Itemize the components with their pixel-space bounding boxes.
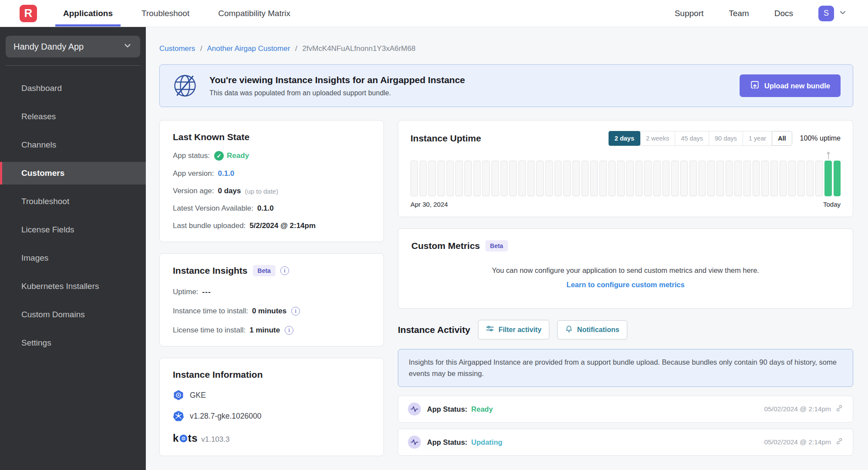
uptime-bar[interactable] [536, 161, 544, 196]
range-2-days[interactable]: 2 days [609, 131, 640, 146]
uptime-bar[interactable] [455, 161, 463, 196]
uptime-bar[interactable] [797, 161, 805, 196]
sidebar-item-images[interactable]: Images [0, 247, 146, 269]
uptime-bar[interactable] [555, 161, 562, 196]
uptime-bar[interactable] [644, 161, 652, 196]
uptime-bar[interactable] [609, 161, 616, 196]
uptime-label: Uptime: [173, 288, 198, 296]
uptime-bar[interactable] [410, 161, 418, 196]
range-90-days[interactable]: 90 days [709, 131, 743, 146]
breadcrumb-customers[interactable]: Customers [159, 44, 195, 53]
uptime-bar[interactable] [464, 161, 472, 196]
filter-activity-button[interactable]: Filter activity [478, 320, 549, 339]
replicated-logo[interactable]: R [20, 5, 37, 22]
upload-new-bundle-button[interactable]: Upload new bundle [740, 74, 841, 97]
uptime-bar[interactable] [518, 161, 526, 196]
range-2-weeks[interactable]: 2 weeks [640, 131, 675, 146]
instance-insights-card: Instance Insights Beta i Uptime: --- Ins… [159, 253, 384, 346]
activity-row[interactable]: App Status: Ready 05/02/2024 @ 2:14pm [398, 396, 853, 423]
uptime-bar[interactable] [482, 161, 490, 196]
uptime-bar[interactable] [491, 161, 499, 196]
uptime-bar[interactable] [834, 161, 841, 196]
nav-docs[interactable]: Docs [774, 9, 793, 18]
uptime-bar[interactable] [428, 161, 436, 196]
sidebar-item-dashboard[interactable]: Dashboard [0, 77, 146, 100]
link-icon[interactable] [835, 437, 843, 447]
range-1-year[interactable]: 1 year [743, 131, 772, 146]
activity-row[interactable]: App Status: Updating 05/02/2024 @ 2:14pm [398, 429, 853, 456]
uptime-bar[interactable] [636, 161, 643, 196]
uptime-bar[interactable] [582, 161, 589, 196]
sidebar-item-troubleshoot[interactable]: Troubleshoot [0, 190, 146, 213]
uptime-bar[interactable] [726, 161, 733, 196]
nav-team[interactable]: Team [729, 9, 749, 18]
gke-icon [173, 389, 184, 401]
sidebar-item-license-fields[interactable]: License Fields [0, 218, 146, 241]
uptime-bar[interactable] [707, 161, 715, 196]
uptime-bar[interactable] [744, 161, 751, 196]
sidebar-item-customers[interactable]: Customers [0, 162, 146, 185]
uptime-bar[interactable] [770, 161, 778, 196]
nav-compatibility-matrix[interactable]: Compatibility Matrix [218, 0, 290, 27]
uptime-bar[interactable] [437, 161, 445, 196]
nav-applications[interactable]: Applications [63, 0, 113, 27]
uptime-bar[interactable] [474, 161, 481, 196]
uptime-bar[interactable] [590, 161, 598, 196]
configure-custom-metrics-link[interactable]: Learn to configure custom metrics [411, 281, 840, 289]
uptime-bar[interactable] [699, 161, 706, 196]
uptime-bar[interactable] [563, 161, 571, 196]
uptime-bar[interactable] [528, 161, 535, 196]
uptime-bar[interactable] [663, 161, 670, 196]
link-icon[interactable] [835, 404, 843, 414]
uptime-bar[interactable] [509, 161, 517, 196]
uptime-bar[interactable] [447, 161, 454, 196]
app-version-row: App version: 0.1.0 [173, 169, 370, 178]
avatar[interactable]: S [818, 6, 834, 21]
uptime-bar[interactable] [780, 161, 787, 196]
k8s-version-value: v1.28.7-gke.1026000 [190, 412, 261, 421]
account-menu[interactable]: S [818, 6, 847, 21]
uptime-bar[interactable] [680, 161, 688, 196]
uptime-bar[interactable] [545, 161, 553, 196]
uptime-bar[interactable] [824, 161, 832, 196]
nav-troubleshoot[interactable]: Troubleshoot [141, 0, 189, 27]
uptime-bar[interactable] [420, 161, 427, 196]
uptime-bar[interactable] [761, 161, 769, 196]
uptime-end-date: Today [823, 201, 841, 208]
info-icon[interactable]: i [280, 266, 289, 275]
uptime-bar[interactable] [599, 161, 607, 196]
info-icon[interactable]: i [285, 326, 293, 335]
activity-timestamp: 05/02/2024 @ 2:14pm [764, 405, 831, 413]
info-icon[interactable]: i [291, 307, 300, 316]
uptime-bar[interactable] [807, 161, 814, 196]
airgap-banner: You're viewing Instance Insights for an … [159, 64, 853, 107]
uptime-bar[interactable] [626, 161, 634, 196]
uptime-bar[interactable] [671, 161, 679, 196]
sidebar-item-kubernetes-installers[interactable]: Kubernetes Installers [0, 275, 146, 298]
app-version-value[interactable]: 0.1.0 [218, 169, 235, 178]
breadcrumb-separator: / [295, 44, 297, 53]
sidebar-item-releases[interactable]: Releases [0, 105, 146, 128]
uptime-bar[interactable] [717, 161, 724, 196]
uptime-bar[interactable] [734, 161, 742, 196]
sidebar-item-channels[interactable]: Channels [0, 134, 146, 156]
sidebar-item-settings[interactable]: Settings [0, 332, 146, 354]
uptime-bar[interactable] [501, 161, 508, 196]
uptime-bar[interactable] [815, 161, 823, 196]
uptime-bar[interactable] [617, 161, 625, 196]
instance-activity-header: Instance Activity Filter activity [398, 320, 853, 339]
notifications-button[interactable]: Notifications [557, 320, 627, 339]
breadcrumb-customer-name[interactable]: Another Airgap Customer [207, 44, 290, 53]
range-45-days[interactable]: 45 days [675, 131, 709, 146]
pulse-icon [408, 403, 421, 416]
uptime-bar[interactable] [753, 161, 760, 196]
sidebar-divider [6, 65, 140, 66]
uptime-bar[interactable] [572, 161, 580, 196]
sidebar-item-custom-domains[interactable]: Custom Domains [0, 303, 146, 326]
app-selector-dropdown[interactable]: Handy Dandy App [6, 36, 140, 57]
uptime-bar[interactable] [653, 161, 661, 196]
range-all[interactable]: All [772, 131, 792, 146]
uptime-bar[interactable] [788, 161, 796, 196]
uptime-bar[interactable] [690, 161, 697, 196]
nav-support[interactable]: Support [675, 9, 704, 18]
